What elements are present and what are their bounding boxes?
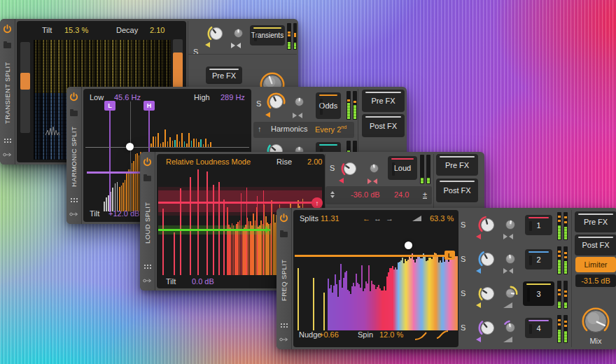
- ramp-icon-4[interactable]: [503, 337, 512, 342]
- limiter-button[interactable]: Limiter: [575, 257, 616, 272]
- solo-label-2[interactable]: S: [461, 255, 465, 263]
- device-header-strip[interactable]: FREQ SPLIT: [276, 208, 292, 349]
- band2-pan-knob[interactable]: [503, 251, 518, 270]
- power-icon[interactable]: [143, 157, 152, 169]
- mapping-icon[interactable]: [69, 207, 78, 220]
- preset-folder-icon[interactable]: [144, 176, 151, 181]
- spread-arrow[interactable]: ↔: [374, 214, 382, 223]
- preset-folder-icon[interactable]: [280, 232, 288, 237]
- tilt-value[interactable]: 15.3 %: [64, 26, 88, 34]
- curve-icon-2[interactable]: [436, 329, 449, 342]
- mod-source-icon-3[interactable]: [476, 302, 481, 308]
- low-split-line[interactable]: [109, 111, 111, 212]
- solo-label-3[interactable]: S: [461, 289, 465, 298]
- mix-knob[interactable]: [582, 307, 610, 338]
- device-header-strip[interactable]: TRANSIENT SPLIT: [0, 19, 15, 164]
- band4-gain-knob[interactable]: [478, 318, 497, 340]
- band-2-button[interactable]: 2: [525, 249, 552, 270]
- decay-value[interactable]: 2.10: [150, 26, 164, 34]
- power-icon[interactable]: [279, 213, 288, 225]
- slope-value[interactable]: 63.3 %: [430, 214, 454, 223]
- limiter-threshold[interactable]: -31.5 dB: [575, 274, 616, 287]
- pre-fx-button[interactable]: Pre FX: [436, 154, 478, 176]
- harmonics-value[interactable]: Every 2nd: [315, 125, 346, 134]
- post-fx-button[interactable]: Post FX: [436, 178, 478, 202]
- mapping-icon[interactable]: [279, 332, 288, 345]
- tilt-value[interactable]: 0.0 dB: [192, 277, 214, 286]
- solo-label[interactable]: S: [330, 164, 335, 172]
- device-header-strip[interactable]: LOUD SPLIT: [140, 152, 155, 290]
- crossfade-icon-2[interactable]: [503, 268, 513, 274]
- loud-handle[interactable]: ↑: [312, 197, 323, 209]
- crossfade-icon[interactable]: [293, 113, 302, 119]
- plus-minus-toggle[interactable]: ±: [423, 190, 427, 199]
- solo-label[interactable]: S: [193, 48, 198, 56]
- mapping-icon[interactable]: [3, 148, 12, 160]
- slope-icon[interactable]: [412, 216, 421, 221]
- band-4-button[interactable]: 4: [525, 318, 552, 338]
- loud-threshold-line[interactable]: [158, 202, 321, 204]
- mod-source-icon[interactable]: [339, 178, 344, 183]
- pre-fx-button[interactable]: Pre FX: [575, 211, 616, 232]
- slider-handle[interactable]: [20, 73, 30, 90]
- tilt-line[interactable]: [87, 172, 146, 174]
- power-icon[interactable]: [3, 24, 12, 36]
- crossfade-icon[interactable]: [231, 43, 241, 49]
- harmonics-row[interactable]: ↑ Harmonics Every 2nd: [253, 122, 354, 138]
- pan-knob[interactable]: [292, 94, 307, 112]
- high-tag[interactable]: H: [144, 101, 155, 111]
- nudge-value[interactable]: +0.66: [319, 330, 339, 339]
- power-icon[interactable]: [69, 92, 78, 104]
- band-3-button[interactable]: 3: [523, 281, 554, 306]
- curve-icon-1[interactable]: [414, 330, 427, 343]
- band3-pan-knob[interactable]: [503, 286, 518, 304]
- tilt-value[interactable]: +12.0 dB: [108, 209, 139, 218]
- drag-handle-icon[interactable]: [144, 264, 151, 269]
- shift-left-arrow[interactable]: ←: [363, 214, 370, 223]
- preset-folder-icon[interactable]: [4, 43, 11, 48]
- ratio-value[interactable]: 24.0: [394, 190, 409, 199]
- crossfade-icon[interactable]: [368, 178, 377, 185]
- device-header-strip[interactable]: HARMONIC SPLIT: [66, 87, 82, 224]
- freq-handle[interactable]: [405, 241, 412, 249]
- low-tag[interactable]: L: [104, 101, 115, 111]
- post-fx-button[interactable]: Post FX: [362, 114, 405, 137]
- low-value[interactable]: 45.6 Hz: [114, 93, 141, 102]
- band1-gain-knob[interactable]: [478, 216, 497, 237]
- mod-source-icon[interactable]: [265, 112, 270, 118]
- gain-knob[interactable]: [267, 92, 286, 114]
- quiet-handle[interactable]: +: [263, 223, 270, 235]
- spin-value[interactable]: 12.0 %: [379, 330, 403, 339]
- mod-source-icon-1[interactable]: [476, 234, 481, 239]
- mode-label[interactable]: Relative Loudness Mode: [166, 158, 251, 166]
- shift-right-arrow[interactable]: →: [386, 214, 393, 223]
- crossfade-icon-1[interactable]: [503, 234, 513, 240]
- pan-knob[interactable]: [231, 26, 246, 43]
- ramp-icon-3[interactable]: [503, 302, 512, 308]
- solo-label-1[interactable]: S: [461, 220, 465, 229]
- pre-fx-button[interactable]: Pre FX: [206, 66, 242, 84]
- rise-value[interactable]: 2.00: [307, 158, 322, 166]
- limit-line[interactable]: [295, 255, 453, 257]
- mod-source-icon-4[interactable]: [476, 337, 481, 342]
- pre-fx-button[interactable]: Pre FX: [362, 90, 405, 112]
- band1-pan-knob[interactable]: [503, 217, 518, 235]
- mapping-icon[interactable]: [143, 274, 152, 286]
- crosshair-handle[interactable]: [126, 143, 134, 150]
- drag-handle-icon[interactable]: [4, 138, 11, 143]
- mod-source-icon-2[interactable]: [476, 268, 481, 274]
- mod-source-icon[interactable]: [205, 42, 210, 48]
- band4-pan-knob[interactable]: [503, 320, 518, 338]
- threshold-value[interactable]: -36.0 dB: [351, 190, 380, 199]
- quiet-threshold-line[interactable]: [158, 229, 270, 231]
- freq-display[interactable]: Splits 11.31 ← ↔ → 63.3 % L Nudge +0.66 …: [293, 210, 458, 347]
- band-loud-button[interactable]: Loud: [388, 156, 417, 180]
- band-1-button[interactable]: 1: [525, 215, 552, 235]
- high-value[interactable]: 289 Hz: [220, 93, 245, 102]
- preset-folder-icon[interactable]: [70, 111, 78, 116]
- band2-gain-knob[interactable]: [478, 250, 497, 272]
- stepper-icon[interactable]: [330, 191, 335, 198]
- band-odds-button[interactable]: Odds: [316, 92, 341, 119]
- limit-tag[interactable]: L: [444, 251, 455, 260]
- sort-arrow[interactable]: ↑: [258, 125, 262, 133]
